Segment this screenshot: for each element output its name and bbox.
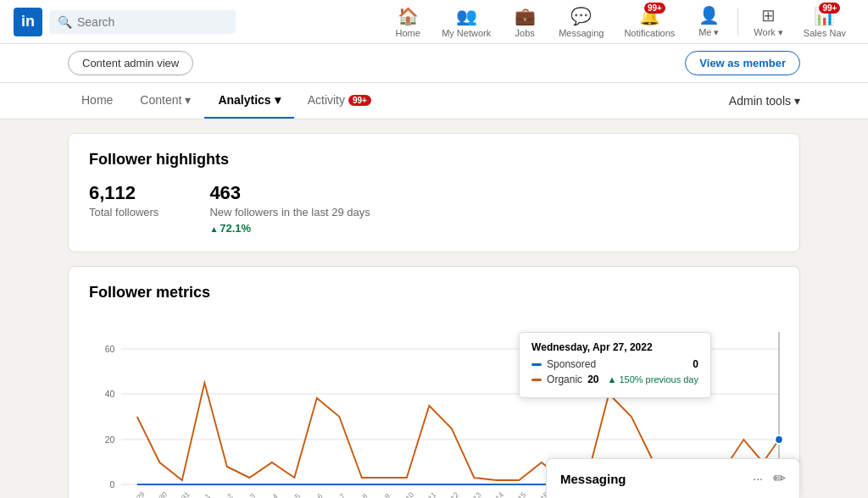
new-followers-item: 463 New followers in the last 29 days 72…: [209, 182, 370, 235]
nav-jobs-label: Jobs: [515, 28, 535, 38]
svg-text:Apr 1: Apr 1: [194, 492, 212, 498]
svg-text:Apr 9: Apr 9: [374, 492, 392, 498]
sub-header: Content admin view View as member: [0, 44, 868, 83]
messaging-bar[interactable]: Messaging ··· ✏: [546, 458, 800, 498]
tab-content[interactable]: Content ▾: [126, 83, 204, 119]
nav-notifications[interactable]: 🔔99+ Notifications: [615, 3, 683, 42]
follower-highlights-card: Follower highlights 6,112 Total follower…: [68, 133, 800, 252]
search-bar[interactable]: 🔍: [49, 10, 236, 34]
tab-navigation: Home Content ▾ Analytics ▾ Activity 99+ …: [0, 83, 868, 119]
activity-badge: 99+: [348, 95, 371, 106]
total-followers-item: 6,112 Total followers: [89, 182, 159, 235]
svg-text:Apr 10: Apr 10: [394, 490, 415, 498]
svg-text:Apr 6: Apr 6: [306, 492, 324, 498]
messaging-more-icon[interactable]: ···: [753, 472, 763, 485]
svg-text:Mar 30: Mar 30: [147, 490, 169, 498]
top-nav: 🏠 Home 👥 My Network 💼 Jobs 💬 Messaging 🔔…: [386, 2, 854, 42]
nav-messaging-label: Messaging: [559, 28, 604, 38]
messaging-actions: ··· ✏: [753, 469, 786, 488]
highlights-row: 6,112 Total followers 463 New followers …: [89, 182, 779, 235]
search-icon: 🔍: [58, 15, 72, 29]
messaging-title: Messaging: [560, 472, 626, 486]
tab-items: Home Content ▾ Analytics ▾ Activity 99+: [68, 83, 385, 119]
content-admin-button[interactable]: Content admin view: [68, 51, 193, 75]
tooltip-organic-row: Organic 20 ▲ 150% previous day: [531, 374, 698, 385]
analytics-dropdown-icon: ▾: [275, 93, 281, 107]
me-icon: 👤: [698, 5, 720, 25]
tooltip-organic-value: 20: [587, 374, 598, 385]
home-icon: 🏠: [398, 6, 419, 26]
admin-tools-dropdown-icon: ▾: [794, 94, 800, 108]
nav-notifications-label: Notifications: [624, 28, 675, 38]
salesnav-icon: 📊99+: [814, 6, 835, 26]
svg-point-9: [775, 435, 782, 444]
tab-activity-label: Activity: [308, 93, 345, 107]
chart-tooltip: Wednesday, Apr 27, 2022 Sponsored 0 Orga…: [519, 332, 711, 398]
tooltip-organic-label: Organic: [547, 374, 582, 385]
admin-tools-label: Admin tools: [729, 94, 791, 108]
svg-text:Apr 5: Apr 5: [284, 492, 302, 498]
view-member-button[interactable]: View as member: [685, 51, 800, 75]
svg-text:Apr 3: Apr 3: [239, 492, 257, 498]
tab-analytics-label: Analytics: [218, 93, 270, 107]
messaging-compose-icon[interactable]: ✏: [773, 469, 786, 488]
nav-me[interactable]: 👤 Me ▾: [687, 2, 731, 42]
nav-home[interactable]: 🏠 Home: [386, 3, 430, 42]
header: in 🔍 🏠 Home 👥 My Network 💼 Jobs 💬 Messag…: [0, 0, 868, 44]
nav-home-label: Home: [395, 28, 420, 38]
nav-salesnav-label: Sales Nav: [804, 28, 846, 38]
svg-text:Apr 14: Apr 14: [484, 490, 505, 498]
svg-text:Apr 12: Apr 12: [439, 490, 460, 498]
follower-highlights-title: Follower highlights: [89, 151, 779, 169]
tooltip-sponsored-row: Sponsored 0: [531, 358, 698, 370]
svg-text:Mar 31: Mar 31: [170, 490, 192, 498]
nav-messaging[interactable]: 💬 Messaging: [550, 3, 612, 42]
tooltip-sponsored-dot: [531, 363, 542, 366]
jobs-icon: 💼: [515, 6, 536, 26]
svg-text:Apr 2: Apr 2: [216, 492, 234, 498]
tab-home-label: Home: [81, 93, 113, 107]
work-icon: ⊞: [761, 5, 776, 25]
nav-work[interactable]: ⊞ Work ▾: [745, 2, 792, 42]
new-followers-number: 463: [209, 182, 370, 204]
messaging-icon: 💬: [570, 6, 592, 26]
follower-metrics-title: Follower metrics: [89, 284, 779, 302]
tab-home[interactable]: Home: [68, 83, 126, 119]
tooltip-organic-dot: [531, 379, 542, 381]
tab-activity[interactable]: Activity 99+: [294, 83, 385, 119]
svg-text:0: 0: [110, 479, 115, 490]
tab-analytics[interactable]: Analytics ▾: [204, 83, 293, 119]
svg-text:Apr 8: Apr 8: [351, 492, 369, 498]
svg-text:Apr 13: Apr 13: [462, 490, 483, 498]
admin-tools[interactable]: Admin tools ▾: [729, 84, 800, 118]
nav-network-label: My Network: [442, 28, 491, 38]
svg-text:Apr 11: Apr 11: [417, 490, 438, 498]
svg-text:Apr 7: Apr 7: [329, 492, 347, 498]
nav-me-label: Me ▾: [698, 27, 719, 38]
tooltip-organic-change: ▲ 150% previous day: [607, 374, 698, 385]
svg-text:Apr 15: Apr 15: [507, 490, 528, 498]
svg-text:40: 40: [105, 389, 115, 399]
tooltip-sponsored-value: 0: [693, 358, 698, 370]
svg-text:Mar 29: Mar 29: [125, 490, 147, 498]
notifications-badge: 99+: [644, 3, 665, 14]
svg-text:20: 20: [105, 434, 115, 445]
new-followers-label: New followers in the last 29 days: [209, 206, 370, 219]
content-dropdown-icon: ▾: [185, 93, 191, 107]
nav-network[interactable]: 👥 My Network: [433, 3, 499, 42]
notifications-icon: 🔔99+: [639, 6, 660, 26]
tooltip-sponsored-label: Sponsored: [547, 358, 687, 370]
linkedin-logo[interactable]: in: [14, 8, 42, 36]
nav-salesnav[interactable]: 📊99+ Sales Nav: [795, 3, 854, 42]
svg-text:Apr 4: Apr 4: [261, 492, 279, 498]
nav-divider: [737, 8, 738, 36]
total-followers-label: Total followers: [89, 206, 159, 219]
tooltip-date: Wednesday, Apr 27, 2022: [531, 341, 698, 353]
tab-content-label: Content: [140, 93, 181, 107]
search-input[interactable]: [77, 15, 227, 29]
nav-jobs[interactable]: 💼 Jobs: [503, 3, 547, 42]
nav-work-label: Work ▾: [754, 27, 783, 38]
new-followers-change: 72.1%: [209, 222, 370, 235]
main-content: Follower highlights 6,112 Total follower…: [0, 119, 868, 498]
total-followers-number: 6,112: [89, 182, 159, 204]
